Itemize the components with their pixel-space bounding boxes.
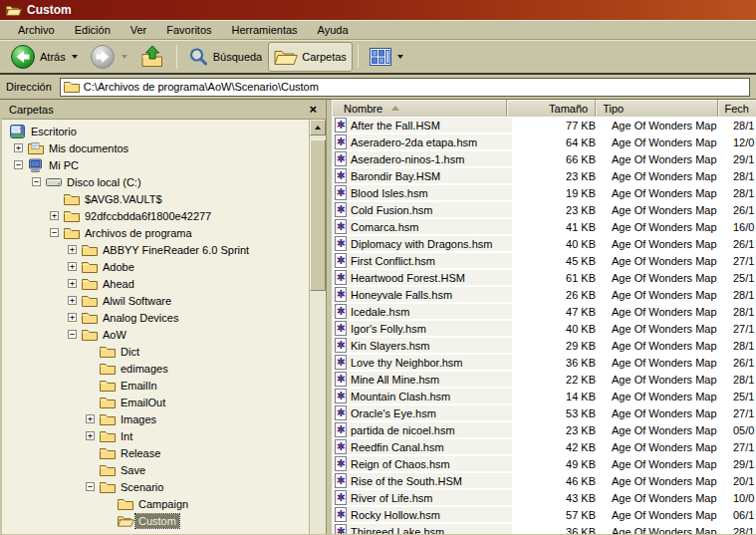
back-button[interactable]: Atrás <box>4 42 84 72</box>
tree-item-emailout[interactable]: EmailOut <box>2 394 309 410</box>
tree-scrollbar[interactable] <box>309 120 326 534</box>
file-row[interactable]: ✱First Conflict.hsm45 KBAge Of Wonders M… <box>332 252 756 269</box>
file-size: 46 KB <box>512 475 604 487</box>
file-row[interactable]: ✱Rise of the South.HSM46 KBAge Of Wonder… <box>332 472 756 489</box>
menu-archivo[interactable]: Archivo <box>8 22 65 38</box>
tree-toggle-plus-icon[interactable]: + <box>68 296 77 305</box>
tree-toggle-plus-icon[interactable]: + <box>50 211 59 220</box>
tree-toggle-plus-icon[interactable]: + <box>68 313 77 322</box>
tree-toggle-minus-icon[interactable]: − <box>14 160 23 169</box>
tree-item-label: 92dfccbdda6f1800e42277 <box>82 209 214 223</box>
tree-item-int[interactable]: +Int <box>2 427 309 444</box>
tree-toggle-minus-icon[interactable]: − <box>50 228 59 237</box>
file-date: 28/1 <box>729 289 756 301</box>
file-row[interactable]: ✱Comarca.hsm41 KBAge Of Wonders Map16/0 <box>332 218 756 235</box>
tree-toggle-plus-icon[interactable]: + <box>68 279 77 288</box>
tree-item-scenario[interactable]: −Scenario <box>2 478 309 495</box>
views-button[interactable] <box>364 42 409 72</box>
tree-toggle-minus-icon[interactable]: − <box>86 482 95 491</box>
up-button[interactable] <box>133 42 171 72</box>
file-row[interactable]: ✱Blood Isles.hsm19 KBAge Of Wonders Map2… <box>332 184 756 201</box>
tree-item-abbyy-finereader-6-0-sprint[interactable]: +ABBYY FineReader 6.0 Sprint <box>2 241 309 258</box>
file-row[interactable]: ✱Kin Slayers.hsm29 KBAge Of Wonders Map2… <box>332 337 756 354</box>
forward-dropdown-caret[interactable] <box>122 55 127 59</box>
file-row[interactable]: ✱River of Life.hsm43 KBAge Of Wonders Ma… <box>332 489 756 506</box>
tree-item-archivos-de-programa[interactable]: −Archivos de programa <box>2 224 309 241</box>
tree-toggle-plus-icon[interactable]: + <box>14 143 23 152</box>
file-row[interactable]: ✱Igor's Folly.hsm40 KBAge Of Wonders Map… <box>332 320 756 337</box>
tree-item-avg8-vault[interactable]: $AVG8.VAULT$ <box>2 190 309 207</box>
tree-item-adobe[interactable]: +Adobe <box>2 258 309 275</box>
close-folders-panel-button[interactable]: × <box>307 103 319 116</box>
file-row[interactable]: ✱Heartwood Forest.HSM61 KBAge Of Wonders… <box>332 269 756 286</box>
tree-item-emailin[interactable]: EmailIn <box>2 377 309 394</box>
menu-ayuda[interactable]: Ayuda <box>308 22 359 38</box>
folders-button[interactable]: Carpetas <box>268 42 353 72</box>
aow-map-file-icon: ✱ <box>335 253 347 268</box>
menu-herramientas[interactable]: Herramientas <box>222 22 308 38</box>
tree-toggle-plus-icon[interactable]: + <box>86 431 95 440</box>
file-row[interactable]: ✱Reedfin Canal.hsm42 KBAge Of Wonders Ma… <box>332 438 756 455</box>
file-row[interactable]: ✱After the Fall.HSM77 KBAge Of Wonders M… <box>332 117 756 134</box>
menu-ver[interactable]: Ver <box>121 22 157 38</box>
menu-favoritos[interactable]: Favoritos <box>156 22 221 38</box>
tree-item-escritorio[interactable]: Escritorio <box>2 123 309 139</box>
tree-item-92dfccbdda6f1800e42277[interactable]: +92dfccbdda6f1800e42277 <box>2 207 309 224</box>
tree-toggle-plus-icon[interactable]: + <box>68 245 77 254</box>
file-row[interactable]: ✱Rocky Hollow.hsm57 KBAge Of Wonders Map… <box>332 506 756 523</box>
file-row[interactable]: ✱Thinreed Lake.hsm36 KBAge Of Wonders Ma… <box>332 523 756 534</box>
tree-toggle-plus-icon[interactable]: + <box>86 414 95 423</box>
tree-item-dict[interactable]: Dict <box>2 343 309 360</box>
file-row[interactable]: ✱Honeyvale Falls.hsm26 KBAge Of Wonders … <box>332 286 756 303</box>
tree-item-campaign[interactable]: Campaign <box>2 495 309 512</box>
search-button[interactable]: Búsqueda <box>182 42 269 72</box>
file-row[interactable]: ✱Aseradero-2da etapa.hsm64 KBAge Of Wond… <box>332 134 756 150</box>
window-folder-icon[interactable] <box>6 3 22 17</box>
folder-icon <box>82 294 100 307</box>
tree-item-mi-pc[interactable]: −Mi PC <box>2 156 309 173</box>
forward-button[interactable] <box>84 42 133 72</box>
address-input[interactable]: C:\Archivos de programa\AoW\Scenario\Cus… <box>60 78 750 97</box>
tree-item-save[interactable]: Save <box>2 461 309 478</box>
file-row[interactable]: ✱Reign of Chaos.hsm49 KBAge Of Wonders M… <box>332 455 756 472</box>
column-header-size[interactable]: Tamaño <box>507 100 596 117</box>
file-row[interactable]: ✱Mountain Clash.hsm14 KBAge Of Wonders M… <box>332 388 756 404</box>
tree-scrollbar-thumb[interactable] <box>310 139 326 291</box>
tree-item-analog-devices[interactable]: +Analog Devices <box>2 309 309 326</box>
back-dropdown-caret[interactable] <box>72 55 78 59</box>
file-type: Age Of Wonders Map <box>604 120 729 132</box>
tree-item-alwil-software[interactable]: +Alwil Software <box>2 292 309 309</box>
column-header-type[interactable]: Tipo <box>596 100 717 117</box>
file-row[interactable]: ✱Cold Fusion.hsm23 KBAge Of Wonders Map2… <box>332 201 756 218</box>
tree-toggle-minus-icon[interactable]: − <box>32 177 41 186</box>
scroll-up-button[interactable] <box>310 120 326 135</box>
file-name: River of Life.hsm <box>351 492 433 504</box>
tree-item-images[interactable]: +Images <box>2 410 309 427</box>
file-type: Age Of Wonders Map <box>604 221 729 233</box>
aow-map-file-icon: ✱ <box>335 524 347 534</box>
titlebar[interactable]: Custom <box>0 0 756 20</box>
file-row[interactable]: ✱Love thy Neighbor.hsm36 KBAge Of Wonder… <box>332 354 756 371</box>
folder-icon <box>100 480 118 493</box>
file-row[interactable]: ✱partida de nicoel.hsm23 KBAge Of Wonder… <box>332 421 756 438</box>
file-row[interactable]: ✱Oracle's Eye.hsm53 KBAge Of Wonders Map… <box>332 404 756 421</box>
tree-item-release[interactable]: Release <box>2 444 309 461</box>
menu-edici-n[interactable]: Edición <box>65 22 121 38</box>
tree-item-mis-documentos[interactable]: +Mis documentos <box>2 139 309 156</box>
tree-item-disco-local-c[interactable]: −Disco local (C:) <box>2 173 309 190</box>
file-row[interactable]: ✱Barondir Bay.HSM23 KBAge Of Wonders Map… <box>332 167 756 184</box>
tree-item-aow[interactable]: −AoW <box>2 326 309 343</box>
file-date: 27/1 <box>729 323 756 335</box>
file-row[interactable]: ✱Aseradero-ninos-1.hsm66 KBAge Of Wonder… <box>332 150 756 167</box>
column-header-name[interactable]: Nombre <box>332 100 507 117</box>
tree-item-ahead[interactable]: +Ahead <box>2 275 309 292</box>
column-header-date[interactable]: Fech <box>718 100 756 117</box>
file-row[interactable]: ✱Mine All Mine.hsm22 KBAge Of Wonders Ma… <box>332 371 756 388</box>
tree-toggle-minus-icon[interactable]: − <box>68 330 77 339</box>
file-row[interactable]: ✱Diplomacy with Dragons.hsm40 KBAge Of W… <box>332 235 756 252</box>
file-row[interactable]: ✱Icedale.hsm47 KBAge Of Wonders Map28/1 <box>332 303 756 320</box>
tree-item-custom[interactable]: Custom <box>2 512 309 529</box>
tree-toggle-plus-icon[interactable]: + <box>68 262 77 271</box>
views-dropdown-caret[interactable] <box>397 55 403 59</box>
tree-item-edimages[interactable]: edimages <box>2 360 309 377</box>
